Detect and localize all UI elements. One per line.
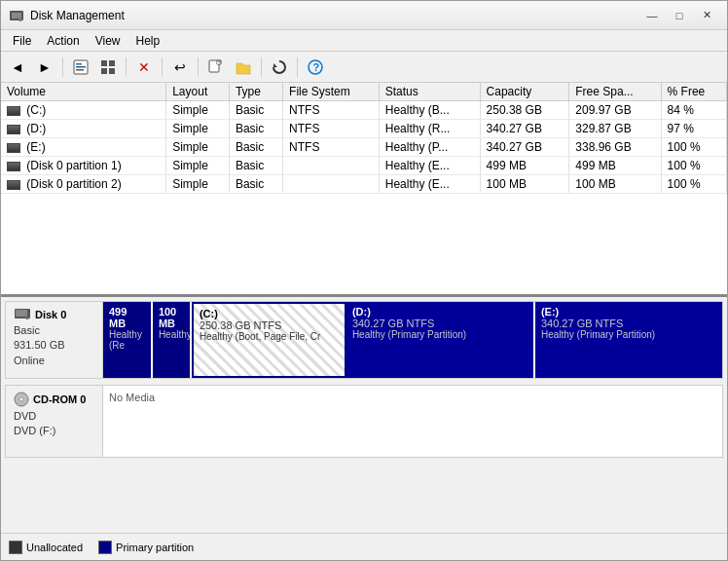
legend-unalloc-box <box>9 541 22 554</box>
cell-volume: (E:) <box>1 138 166 157</box>
svg-rect-6 <box>76 69 84 71</box>
title-bar-left: Disk Management <box>9 8 125 23</box>
disk-icon <box>7 125 20 134</box>
disk-icon <box>7 106 20 116</box>
col-type[interactable]: Type <box>229 83 282 101</box>
separator-2 <box>126 57 127 77</box>
cdrom-0-content: No Media <box>102 385 723 458</box>
disk-management-window: Disk Management — □ ✕ File Action View H… <box>0 0 728 561</box>
delete-button[interactable]: ✕ <box>131 56 157 79</box>
disk-icon <box>7 143 20 153</box>
table-row[interactable]: (D:) Simple Basic NTFS Healthy (R... 340… <box>1 120 727 138</box>
cell-volume: (Disk 0 partition 1) <box>1 157 166 175</box>
new-icon <box>207 58 225 76</box>
disk-layout-pane: Disk 0 Basic 931.50 GB Online 499 MB Hea… <box>1 297 727 560</box>
legend-unallocated: Unallocated <box>9 541 83 554</box>
separator-1 <box>62 57 63 77</box>
legend-bar: Unallocated Primary partition <box>1 533 727 560</box>
minimize-button[interactable]: — <box>639 6 665 25</box>
cdrom-0-row: CD-ROM 0 DVD DVD (F:) No Media <box>5 385 723 458</box>
disk-0-row: Disk 0 Basic 931.50 GB Online 499 MB Hea… <box>5 301 723 379</box>
window-controls: — □ ✕ <box>639 6 719 25</box>
properties-button[interactable] <box>68 56 93 79</box>
volume-table: Volume Layout Type File System Status Ca… <box>1 83 727 194</box>
legend-primary: Primary partition <box>98 541 194 554</box>
new-button[interactable] <box>203 56 229 79</box>
partition-d[interactable]: (D:) 340.27 GB NTFS Healthy (Primary Par… <box>346 302 535 378</box>
cdrom-icon <box>14 392 29 407</box>
properties-icon <box>72 58 90 76</box>
separator-5 <box>261 57 262 77</box>
back-button[interactable]: ◄ <box>5 56 30 79</box>
cell-volume: (Disk 0 partition 2) <box>1 175 166 194</box>
svg-marker-14 <box>273 63 277 67</box>
title-bar: Disk Management — □ ✕ <box>1 1 727 30</box>
refresh-button[interactable] <box>267 56 292 79</box>
forward-button[interactable]: ► <box>32 56 57 79</box>
col-volume[interactable]: Volume <box>1 83 166 101</box>
col-layout[interactable]: Layout <box>166 83 230 101</box>
cell-free: 209.97 GB <box>569 101 661 120</box>
disk-0-label: Disk 0 Basic 931.50 GB Online <box>5 301 102 379</box>
cell-capacity: 250.38 GB <box>480 101 569 120</box>
close-button[interactable]: ✕ <box>694 6 719 25</box>
help-toolbar-button[interactable]: ? <box>303 56 328 79</box>
separator-3 <box>162 57 163 77</box>
cell-status: Healthy (B... <box>379 101 480 120</box>
svg-rect-7 <box>101 60 107 66</box>
grid-button[interactable] <box>95 56 121 79</box>
open-button[interactable] <box>231 56 256 79</box>
cell-layout: Simple <box>166 101 230 120</box>
help-icon: ? <box>307 58 324 76</box>
hdd-icon <box>14 308 31 321</box>
svg-point-21 <box>19 397 23 401</box>
svg-rect-8 <box>109 60 115 66</box>
table-row[interactable]: (Disk 0 partition 1) Simple Basic Health… <box>1 157 727 175</box>
col-filesystem[interactable]: File System <box>283 83 380 101</box>
grid-icon <box>99 58 117 76</box>
open-icon <box>235 58 252 76</box>
cell-volume: (C:) <box>1 101 166 120</box>
col-percent[interactable]: % Free <box>661 83 726 101</box>
svg-rect-4 <box>76 63 82 65</box>
legend-primary-box <box>98 541 112 554</box>
cdrom-detail: DVD DVD (F:) <box>14 409 94 439</box>
svg-rect-9 <box>101 68 107 74</box>
svg-rect-18 <box>16 310 27 317</box>
menu-file[interactable]: File <box>5 32 39 50</box>
cdrom-0-label: CD-ROM 0 DVD DVD (F:) <box>5 385 102 458</box>
refresh-icon <box>271 58 288 76</box>
svg-text:?: ? <box>313 61 320 73</box>
maximize-button[interactable]: □ <box>667 6 692 25</box>
menu-action[interactable]: Action <box>39 32 87 50</box>
disk-icon <box>7 162 20 171</box>
svg-rect-5 <box>76 66 86 68</box>
app-icon <box>9 8 24 23</box>
partition-e[interactable]: (E:) 340.27 GB NTFS Healthy (Primary Par… <box>535 302 722 378</box>
cdrom-0-name: CD-ROM 0 <box>14 392 94 407</box>
table-row[interactable]: (Disk 0 partition 2) Simple Basic Health… <box>1 175 727 194</box>
menu-bar: File Action View Help <box>1 30 727 52</box>
menu-view[interactable]: View <box>88 32 128 50</box>
partition-499mb[interactable]: 499 MB Healthy (Re <box>103 302 153 378</box>
disk-0-detail: Basic 931.50 GB Online <box>14 323 94 368</box>
svg-point-19 <box>25 316 29 319</box>
cell-pct: 84 % <box>661 101 726 120</box>
cell-volume: (D:) <box>1 120 166 138</box>
svg-point-2 <box>18 18 22 21</box>
partition-c[interactable]: (C:) 250.38 GB NTFS Healthy (Boot, Page … <box>192 302 346 378</box>
cell-fs: NTFS <box>283 101 380 120</box>
disk-0-partitions: 499 MB Healthy (Re 100 MB Healthy (C:) 2… <box>102 301 723 379</box>
menu-help[interactable]: Help <box>128 32 168 50</box>
table-row[interactable]: (C:) Simple Basic NTFS Healthy (B... 250… <box>1 101 727 120</box>
table-row[interactable]: (E:) Simple Basic NTFS Healthy (P... 340… <box>1 138 727 157</box>
col-capacity[interactable]: Capacity <box>480 83 569 101</box>
partition-100mb[interactable]: 100 MB Healthy <box>153 302 192 378</box>
col-status[interactable]: Status <box>379 83 480 101</box>
window-title: Disk Management <box>30 9 125 22</box>
undo-button[interactable]: ↩ <box>167 56 193 79</box>
col-free[interactable]: Free Spa... <box>569 83 661 101</box>
cell-type: Basic <box>229 101 282 120</box>
disk-layout: Disk 0 Basic 931.50 GB Online 499 MB Hea… <box>1 297 727 533</box>
disk-icon <box>7 180 20 190</box>
